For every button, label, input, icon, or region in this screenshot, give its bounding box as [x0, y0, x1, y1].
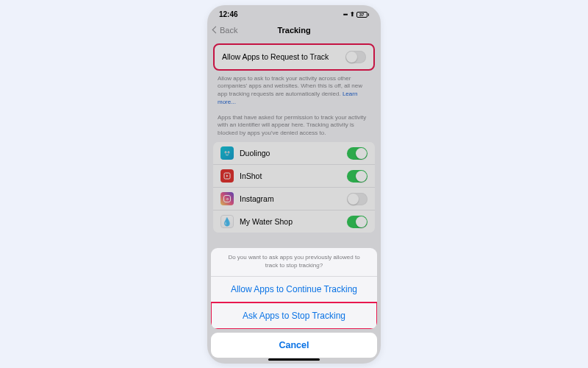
- cancel-group: Cancel: [211, 333, 377, 358]
- ask-stop-tracking-button[interactable]: Ask Apps to Stop Tracking: [211, 302, 377, 329]
- home-indicator[interactable]: [268, 358, 320, 361]
- cancel-button[interactable]: Cancel: [211, 333, 377, 358]
- sheet-group: Do you want to ask apps you previously a…: [211, 248, 377, 329]
- sheet-prompt: Do you want to ask apps you previously a…: [211, 248, 377, 277]
- action-sheet: Do you want to ask apps you previously a…: [211, 248, 377, 358]
- allow-continue-tracking-button[interactable]: Allow Apps to Continue Tracking: [211, 277, 377, 302]
- phone-frame: 12:46 ▪▪▪ ⬆ 37 Back Tracking Allow Apps …: [207, 5, 381, 364]
